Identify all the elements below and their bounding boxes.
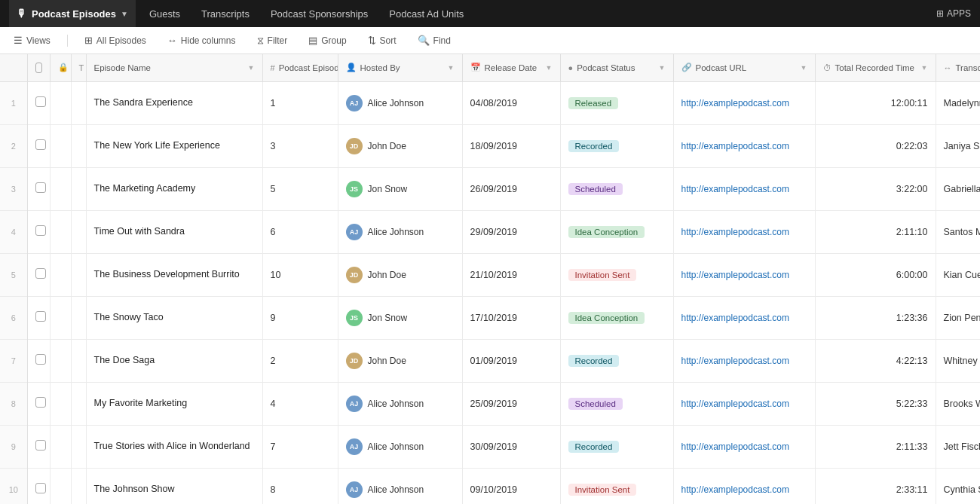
row-ep-num-cell: 5 bbox=[262, 167, 338, 210]
header-checkbox[interactable] bbox=[35, 63, 42, 73]
row-checkbox[interactable] bbox=[35, 483, 46, 493]
tab-ad-units[interactable]: Podcast Ad Units bbox=[378, 0, 474, 27]
search-icon: 🔍 bbox=[418, 35, 430, 46]
row-checkbox-cell[interactable] bbox=[27, 382, 50, 425]
row-checkbox-cell[interactable] bbox=[27, 425, 50, 468]
podcast-url[interactable]: http://examplepodcast.com bbox=[681, 441, 789, 452]
th-release-date[interactable]: 📅 Release Date ▼ bbox=[462, 54, 560, 81]
release-date: 17/10/2019 bbox=[470, 313, 518, 323]
tab-guests[interactable]: Guests bbox=[139, 0, 191, 27]
row-checkbox[interactable] bbox=[35, 139, 46, 150]
row-url-cell[interactable]: http://examplepodcast.com bbox=[673, 253, 815, 296]
podcast-url[interactable]: http://examplepodcast.com bbox=[681, 270, 789, 280]
row-url-cell[interactable]: http://examplepodcast.com bbox=[673, 124, 815, 167]
tab-sponsorships[interactable]: Podcast Sponsorships bbox=[260, 0, 378, 27]
row-checkbox[interactable] bbox=[35, 397, 46, 408]
th-total-time[interactable]: ⏱ Total Recorded Time ▼ bbox=[815, 54, 936, 81]
tab-transcripts[interactable]: Transcripts bbox=[191, 0, 260, 27]
row-checkbox-cell[interactable] bbox=[27, 339, 50, 382]
transcript-owner: Gabriella Berg bbox=[944, 184, 981, 194]
row-url-cell[interactable]: http://examplepodcast.com bbox=[673, 468, 815, 504]
row-url-cell[interactable]: http://examplepodcast.com bbox=[673, 382, 815, 425]
transcript-owner: Madelynn Gallegos bbox=[944, 98, 981, 108]
row-checkbox[interactable] bbox=[35, 354, 46, 365]
status-badge: Invitation Sent bbox=[568, 484, 637, 496]
row-ep-num-cell: 1 bbox=[262, 81, 338, 124]
row-url-cell[interactable]: http://examplepodcast.com bbox=[673, 210, 815, 253]
apps-button[interactable]: ⊞ APPS bbox=[936, 8, 971, 19]
release-date: 21/10/2019 bbox=[470, 270, 518, 280]
top-nav: 🎙 Podcast Episodes ▼ Guests Transcripts … bbox=[0, 0, 980, 27]
row-url-cell[interactable]: http://examplepodcast.com bbox=[673, 167, 815, 210]
podcast-url[interactable]: http://examplepodcast.com bbox=[681, 184, 789, 194]
row-checkbox-cell[interactable] bbox=[27, 124, 50, 167]
row-type-cell bbox=[71, 425, 86, 468]
row-checkbox[interactable] bbox=[35, 268, 46, 279]
row-time-cell: 6:00:00 bbox=[815, 253, 936, 296]
hide-columns-button[interactable]: ↔ Hide columns bbox=[163, 32, 240, 49]
row-checkbox[interactable] bbox=[35, 96, 46, 107]
episodes-table: 🔒 T Episode Name ▼ # bbox=[0, 54, 980, 504]
status-dot-icon: ● bbox=[568, 63, 574, 72]
top-nav-tabs: Guests Transcripts Podcast Sponsorships … bbox=[139, 0, 474, 27]
row-episode-name-cell: The Marketing Academy bbox=[86, 167, 262, 210]
row-episode-name-cell: True Stories with Alice in Wonderland bbox=[86, 425, 262, 468]
views-button[interactable]: ☰ Views bbox=[9, 32, 55, 49]
sort-button[interactable]: ⇅ Sort bbox=[363, 32, 401, 49]
episode-name: The Marketing Academy bbox=[94, 183, 196, 194]
find-button[interactable]: 🔍 Find bbox=[413, 32, 455, 49]
status-badge: Scheduled bbox=[568, 183, 623, 195]
row-lock-cell bbox=[50, 382, 71, 425]
podcast-url[interactable]: http://examplepodcast.com bbox=[681, 313, 789, 323]
row-episode-name-cell: The Business Development Burrito bbox=[86, 253, 262, 296]
row-hosted-by-cell: AJ Alice Johnson bbox=[338, 425, 462, 468]
row-url-cell[interactable]: http://examplepodcast.com bbox=[673, 425, 815, 468]
row-hosted-by-cell: JS Jon Snow bbox=[338, 296, 462, 339]
episode-name: The Johnson Show bbox=[94, 484, 175, 494]
episode-number: 1 bbox=[271, 98, 276, 108]
filter-button[interactable]: ⧖ Filter bbox=[253, 32, 292, 50]
row-checkbox-cell[interactable] bbox=[27, 81, 50, 124]
th-status[interactable]: ● Podcast Status ▼ bbox=[560, 54, 673, 81]
podcast-url[interactable]: http://examplepodcast.com bbox=[681, 484, 789, 495]
row-checkbox-cell[interactable] bbox=[27, 210, 50, 253]
row-checkbox-cell[interactable] bbox=[27, 468, 50, 504]
row-checkbox[interactable] bbox=[35, 182, 46, 193]
status-badge: Idea Conception bbox=[568, 312, 645, 324]
th-ep-num[interactable]: # Podcast Episode No. ▼ bbox=[262, 54, 338, 81]
row-url-cell[interactable]: http://examplepodcast.com bbox=[673, 339, 815, 382]
row-checkbox-cell[interactable] bbox=[27, 253, 50, 296]
podcast-url[interactable]: http://examplepodcast.com bbox=[681, 227, 789, 237]
row-url-cell[interactable]: http://examplepodcast.com bbox=[673, 81, 815, 124]
row-checkbox[interactable] bbox=[35, 440, 46, 451]
podcast-url[interactable]: http://examplepodcast.com bbox=[681, 98, 789, 108]
table-wrapper: 🔒 T Episode Name ▼ # bbox=[0, 54, 980, 504]
all-episodes-button[interactable]: ⊞ All Episodes bbox=[80, 32, 151, 49]
row-checkbox-cell[interactable] bbox=[27, 167, 50, 210]
row-num: 3 bbox=[0, 167, 27, 210]
avatar: JD bbox=[346, 138, 363, 154]
row-checkbox-cell[interactable] bbox=[27, 296, 50, 339]
th-owners[interactable]: ↔ Transcript Owners ▼ bbox=[936, 54, 980, 81]
row-checkbox[interactable] bbox=[35, 311, 46, 322]
brand-tab[interactable]: 🎙 Podcast Episodes ▼ bbox=[9, 0, 136, 27]
th-hosted-by[interactable]: 👤 Hosted By ▼ bbox=[338, 54, 462, 81]
transcript-owner: Zion Pena bbox=[944, 313, 981, 323]
th-url[interactable]: 🔗 Podcast URL ▼ bbox=[673, 54, 815, 81]
row-url-cell[interactable]: http://examplepodcast.com bbox=[673, 296, 815, 339]
th-checkbox[interactable] bbox=[27, 54, 50, 81]
row-time-cell: 2:33:11 bbox=[815, 468, 936, 504]
podcast-url[interactable]: http://examplepodcast.com bbox=[681, 141, 789, 151]
row-checkbox[interactable] bbox=[35, 225, 46, 236]
th-episode-name[interactable]: Episode Name ▼ bbox=[86, 54, 262, 81]
row-time-cell: 4:22:13 bbox=[815, 339, 936, 382]
row-time-cell: 5:22:33 bbox=[815, 382, 936, 425]
row-time-cell: 0:22:03 bbox=[815, 124, 936, 167]
release-date: 25/09/2019 bbox=[470, 399, 518, 409]
row-ep-num-cell: 3 bbox=[262, 124, 338, 167]
row-owners-cell: Zion Pena bbox=[936, 296, 980, 339]
row-ep-num-cell: 2 bbox=[262, 339, 338, 382]
group-button[interactable]: ▤ Group bbox=[304, 32, 351, 49]
podcast-url[interactable]: http://examplepodcast.com bbox=[681, 399, 789, 409]
podcast-url[interactable]: http://examplepodcast.com bbox=[681, 356, 789, 366]
